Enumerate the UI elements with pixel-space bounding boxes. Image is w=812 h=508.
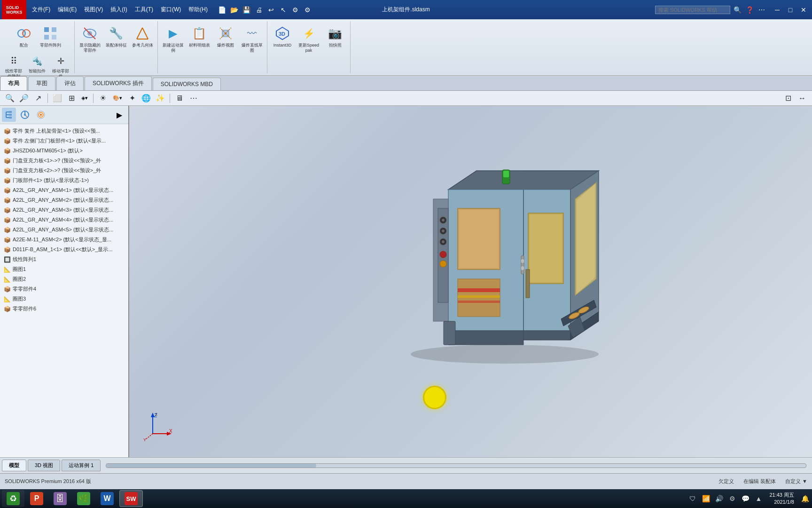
tree-item-15[interactable]: 📐圈图2 [0, 274, 128, 284]
tree-item-14[interactable]: 📐圈图1 [0, 264, 128, 274]
insert-menu[interactable]: 插入(I) [107, 0, 131, 19]
tree-item-6[interactable]: 📦A22L_GR_ANY_ASM<1> (默认<显示状态... [0, 185, 128, 195]
tree-item-10[interactable]: 📦A22L_GR_ANY_ASM<5> (默认<显示状态... [0, 225, 128, 235]
viewport[interactable]: Z X Y 2 [129, 106, 812, 457]
tree-item-11[interactable]: 📦A22E-M-11_ASM<2> (默认<显示状态_显... [0, 235, 128, 245]
view-zoom2-icon[interactable]: 🔎 [18, 92, 30, 104]
view-undock-icon[interactable]: ↔ [796, 92, 808, 104]
tree-item-4[interactable]: 📦门盘亚克力板<2>->? (预设<<预设>_外 [0, 166, 128, 175]
tree-item-5[interactable]: 📦门板部件<1> (默认<显示状态-1>) [0, 175, 128, 185]
help-menu[interactable]: 帮助(H) [185, 0, 211, 19]
view-orient-dropdown[interactable]: ◈▾ [79, 94, 90, 102]
smart-fastener-button[interactable]: 🔩 智能扣件 [26, 53, 48, 78]
tree-item-13[interactable]: 🔲线性阵列1 [0, 254, 128, 264]
search-icon[interactable]: 🔍 [732, 5, 742, 15]
view-display-dropdown[interactable]: 🎨▾ [111, 94, 124, 102]
view-grid-icon[interactable]: ⊞ [65, 92, 78, 104]
options-icon[interactable]: ⚙ [303, 5, 313, 15]
speaker-icon[interactable]: 🔊 [714, 493, 724, 504]
search-input[interactable] [655, 6, 730, 14]
solidworks-app-button[interactable]: SW [119, 490, 143, 507]
view-monitor-icon[interactable]: 🖥 [173, 92, 186, 104]
view-box-icon[interactable]: ⬜ [51, 92, 63, 104]
expand-icon[interactable]: ⋯ [757, 5, 767, 15]
instant3d-button[interactable]: 3D Instant3D [270, 23, 295, 51]
tray-icon-2[interactable]: 💬 [740, 493, 750, 504]
snapshot-button[interactable]: 📷 拍快照 [323, 23, 347, 51]
maximize-button[interactable]: □ [784, 3, 797, 16]
start-button[interactable]: ♻ [2, 490, 24, 507]
explode-line-button[interactable]: 〰 爆炸直线草图 [240, 23, 264, 55]
new-icon[interactable]: 📄 [217, 5, 227, 15]
sidebar-expand-icon[interactable]: ▶ [112, 108, 126, 122]
ref-geo-button[interactable]: 参考几何体 [130, 23, 155, 51]
tree-item-1[interactable]: 📦零件 左侧门左门板部件<1> (默认<显示... [0, 136, 128, 146]
mate-button[interactable]: 配合 [12, 23, 36, 51]
tree-item-18[interactable]: 📦零零部件6 [0, 304, 128, 314]
new-motion-button[interactable]: ▶ 新建运动算例 [161, 23, 185, 55]
view-more-icon[interactable]: ⋯ [187, 92, 200, 104]
minimize-button[interactable]: ─ [771, 3, 784, 16]
word-app-button[interactable]: W [96, 490, 118, 507]
tab-plugins[interactable]: SOLIDWORKS 插件 [85, 76, 152, 90]
tree-item-label-11: A22E-M-11_ASM<2> (默认<显示状态_显... [13, 236, 111, 243]
window-menu[interactable]: 窗口(W) [157, 0, 185, 19]
explode-button[interactable]: 爆炸视图 [213, 23, 238, 51]
tree-item-17[interactable]: 📐圈图3 [0, 294, 128, 304]
tree-item-2[interactable]: 📦JHSZD60-MTM605<1> (默认> [0, 146, 128, 156]
bottom-tab-model[interactable]: 模型 [2, 460, 26, 471]
clock[interactable]: 21:43 周五 2021/1/8 [766, 492, 797, 506]
tree-item-3[interactable]: 📦门盘亚克力板<1>->? (预设<<预设>_外 [0, 156, 128, 166]
sidebar-display-icon[interactable] [34, 108, 48, 122]
close-button[interactable]: ✕ [797, 3, 810, 16]
view-rotate-icon[interactable]: ↗ [32, 92, 44, 104]
tab-mbd[interactable]: SOLIDWORKS MBD [153, 78, 221, 90]
bottom-tab-3d[interactable]: 3D 视图 [28, 460, 60, 471]
help-icon[interactable]: ❓ [744, 5, 755, 15]
view-zoom-icon[interactable]: 🔍 [4, 92, 16, 104]
speedpak-button[interactable]: ⚡ 更新Speedpak [297, 23, 321, 55]
tree-item-9[interactable]: 📦A22L_GR_ANY_ASM<4> (默认<显示状态... [0, 215, 128, 225]
show-hidden-button[interactable]: 显示隐藏的零部件 [78, 23, 102, 55]
component-array-label: 零部件阵列 [40, 43, 61, 48]
ppt-app-button[interactable]: P [25, 490, 48, 507]
edit-menu[interactable]: 编辑(E) [54, 0, 80, 19]
view-lights-icon[interactable]: ✦ [126, 92, 138, 104]
tray-arrow-icon[interactable]: ▲ [753, 493, 764, 504]
tools-menu[interactable]: 工具(T) [131, 0, 157, 19]
tree-item-12[interactable]: 📦D011F-B_ASM_1<1> (默认<<默认>_显示... [0, 245, 128, 254]
tab-evaluate[interactable]: 评估 [56, 76, 84, 90]
bom-button[interactable]: 📋 材料明细表 [187, 23, 211, 51]
component-array-button[interactable]: 零部件阵列 [38, 23, 62, 51]
status-custom[interactable]: 自定义 ▼ [785, 478, 807, 485]
green-app-button[interactable]: 🌿 [72, 490, 95, 507]
sidebar-feature-tree-icon[interactable] [2, 108, 16, 122]
tab-sketch[interactable]: 草图 [28, 76, 55, 90]
bottom-tab-motion[interactable]: 运动算例 1 [62, 460, 101, 471]
print-icon[interactable]: 🖨 [254, 5, 264, 15]
tree-item-8[interactable]: 📦A22L_GR_ANY_ASM<3> (默认<显示状态... [0, 205, 128, 215]
tree-item-0[interactable]: 📦零件 复件 上机架骨架<1> (预设<<预... [0, 126, 128, 136]
notification-icon[interactable]: 🔔 [800, 493, 810, 504]
rebuild-icon[interactable]: ⚙ [290, 5, 301, 15]
antivirus-icon[interactable]: 🛡 [687, 493, 698, 504]
tab-layout[interactable]: 布局 [0, 76, 27, 90]
save-icon[interactable]: 💾 [242, 5, 252, 15]
file-menu[interactable]: 文件(F) [28, 0, 54, 19]
tree-item-icon-4: 📦 [4, 167, 11, 174]
view-section-icon[interactable]: ☀ [97, 92, 109, 104]
undo-icon[interactable]: ↩ [266, 5, 276, 15]
view-menu[interactable]: 视图(V) [80, 0, 107, 19]
open-icon[interactable]: 📂 [229, 5, 240, 15]
select-icon[interactable]: ↖ [278, 5, 289, 15]
view-scene-icon[interactable]: 🌐 [140, 92, 152, 104]
network-icon[interactable]: 📶 [701, 493, 711, 504]
tree-item-7[interactable]: 📦A22L_GR_ANY_ASM<2> (默认<显示状态... [0, 195, 128, 205]
view-appear-icon[interactable]: ✨ [154, 92, 166, 104]
assembly-feature-button[interactable]: 🔧 装配体特征 [104, 23, 128, 51]
db-app-button[interactable]: 🗄 [49, 490, 71, 507]
sidebar-property-icon[interactable] [18, 108, 32, 122]
view-tile-icon[interactable]: ⊡ [782, 92, 794, 104]
tree-item-16[interactable]: 📦零零部件4 [0, 284, 128, 294]
tray-icon-1[interactable]: ⚙ [727, 493, 737, 504]
